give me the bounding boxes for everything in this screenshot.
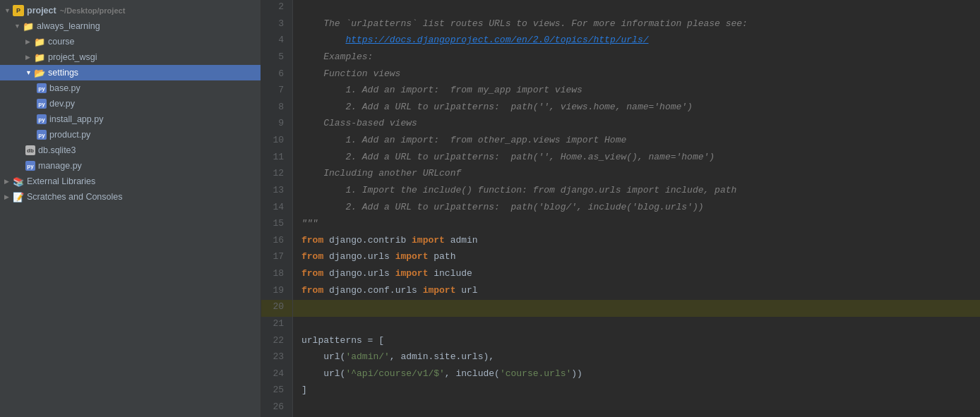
code-editor[interactable]: 2 3 The `urlpatterns` list routes URLs t… [261, 0, 980, 417]
external-libraries-label: External Libraries [27, 176, 95, 186]
line-content: Function views [293, 67, 980, 84]
scratches-icon: 📝 [13, 192, 24, 203]
manage-py-icon: py [25, 161, 35, 171]
install-app-py-label: install_app.py [49, 114, 103, 124]
line-content: from django.urls import include [293, 267, 980, 284]
sidebar: ▼ P project ~/Desktop/project ▼ 📁 always… [0, 0, 261, 417]
line-number: 25 [261, 383, 293, 400]
table-row: 4 https://docs.djangoproject.com/en/2.0/… [261, 33, 980, 50]
table-row: 8 2. Add a URL to urlpatterns: path('', … [261, 100, 980, 117]
sidebar-item-db-sqlite3[interactable]: db db.sqlite3 [0, 143, 261, 158]
install-app-py-icon: py [37, 114, 47, 124]
line-number: 20 [261, 300, 293, 317]
line-content: ] [293, 383, 980, 400]
line-content: 2. Add a URL to urlpatterns: path('', Ho… [293, 150, 980, 167]
sidebar-item-manage-py[interactable]: py manage.py [0, 158, 261, 174]
project-wsgi-folder-icon: 📁 [34, 52, 45, 63]
line-number: 13 [261, 183, 293, 200]
table-row: 19 from django.conf.urls import url [261, 284, 980, 301]
line-content: from django.contrib import admin [293, 234, 980, 250]
settings-label: settings [48, 68, 78, 78]
db-sqlite3-label: db.sqlite3 [38, 145, 76, 155]
sidebar-item-install-app-py[interactable]: py install_app.py [0, 111, 261, 127]
sidebar-item-settings[interactable]: ▼ 📂 settings [0, 65, 261, 80]
line-number: 21 [261, 317, 293, 334]
base-py-label: base.py [49, 83, 80, 93]
base-py-icon: py [37, 83, 47, 93]
course-chevron-icon: ▶ [25, 38, 32, 45]
line-content [293, 317, 980, 334]
line-number: 2 [261, 0, 293, 17]
line-number: 18 [261, 267, 293, 284]
table-row: 16 from django.contrib import admin [261, 234, 980, 250]
table-row: 15 """ [261, 217, 980, 234]
project-icon: P [13, 5, 24, 16]
table-row: 26 [261, 400, 980, 417]
product-py-icon: py [37, 130, 47, 140]
line-content: https://docs.djangoproject.com/en/2.0/to… [293, 33, 980, 50]
project-path: ~/Desktop/project [60, 6, 126, 15]
sidebar-item-project-wsgi[interactable]: ▶ 📁 project_wsgi [0, 49, 261, 65]
line-content: urlpatterns = [ [293, 334, 980, 351]
line-content: from django.conf.urls import url [293, 284, 980, 301]
external-libraries-icon: 📚 [13, 176, 24, 187]
line-number: 17 [261, 250, 293, 267]
line-number: 26 [261, 400, 293, 417]
line-number: 24 [261, 367, 293, 384]
scratches-chevron-icon: ▶ [4, 193, 11, 200]
table-row: 7 1. Add an import: from my_app import v… [261, 83, 980, 100]
line-content [293, 400, 980, 417]
line-number: 15 [261, 217, 293, 234]
sidebar-item-course[interactable]: ▶ 📁 course [0, 34, 261, 49]
sidebar-item-external-libraries[interactable]: ▶ 📚 External Libraries [0, 174, 261, 189]
table-row: 6 Function views [261, 67, 980, 84]
table-row: 18 from django.urls import include [261, 267, 980, 284]
table-row: 22 urlpatterns = [ [261, 334, 980, 351]
project-chevron-icon: ▼ [4, 7, 11, 14]
table-row: 13 1. Import the include() function: fro… [261, 183, 980, 200]
table-row: 17 from django.urls import path [261, 250, 980, 267]
line-content: 1. Add an import: from my_app import vie… [293, 83, 980, 100]
project-wsgi-chevron-icon: ▶ [25, 54, 32, 61]
line-number: 8 [261, 100, 293, 117]
line-number: 7 [261, 83, 293, 100]
sidebar-item-always-learning[interactable]: ▼ 📁 always_learning [0, 18, 261, 34]
line-content: 1. Import the include() function: from d… [293, 183, 980, 200]
dev-py-label: dev.py [49, 99, 75, 109]
table-row: 21 [261, 317, 980, 334]
line-number: 23 [261, 350, 293, 367]
external-libraries-chevron-icon: ▶ [4, 178, 11, 185]
line-number: 22 [261, 334, 293, 351]
sidebar-item-dev-py[interactable]: py dev.py [0, 96, 261, 111]
line-number: 11 [261, 150, 293, 167]
line-content: 1. Add an import: from other_app.views i… [293, 133, 980, 150]
table-row: 14 2. Add a URL to urlpatterns: path('bl… [261, 200, 980, 217]
table-row: 2 [261, 0, 980, 17]
line-number: 6 [261, 67, 293, 84]
settings-chevron-icon: ▼ [25, 69, 32, 76]
always-learning-label: always_learning [37, 21, 100, 31]
line-content [293, 300, 980, 317]
dev-py-icon: py [37, 99, 47, 109]
table-row: 23 url('admin/', admin.site.urls), [261, 350, 980, 367]
line-number: 9 [261, 116, 293, 133]
line-content: 2. Add a URL to urlpatterns: path('', vi… [293, 100, 980, 117]
line-number: 5 [261, 50, 293, 67]
manage-py-label: manage.py [38, 161, 82, 171]
sidebar-item-scratches-consoles[interactable]: ▶ 📝 Scratches and Consoles [0, 189, 261, 205]
code-area: 2 3 The `urlpatterns` list routes URLs t… [261, 0, 980, 417]
always-learning-folder-icon: 📁 [23, 21, 34, 32]
sidebar-item-base-py[interactable]: py base.py [0, 80, 261, 96]
table-row: 5 Examples: [261, 50, 980, 67]
table-row: 3 The `urlpatterns` list routes URLs to … [261, 17, 980, 34]
project-root[interactable]: ▼ P project ~/Desktop/project [0, 3, 261, 18]
line-content: Examples: [293, 50, 980, 67]
settings-folder-icon: 📂 [34, 68, 45, 78]
line-content: url('admin/', admin.site.urls), [293, 350, 980, 367]
line-content: """ [293, 217, 980, 234]
line-number: 16 [261, 234, 293, 250]
line-content: Class-based views [293, 116, 980, 133]
line-content: url('^api/course/v1/$', include('course.… [293, 367, 980, 384]
sidebar-item-product-py[interactable]: py product.py [0, 127, 261, 143]
line-content: Including another URLconf [293, 167, 980, 183]
